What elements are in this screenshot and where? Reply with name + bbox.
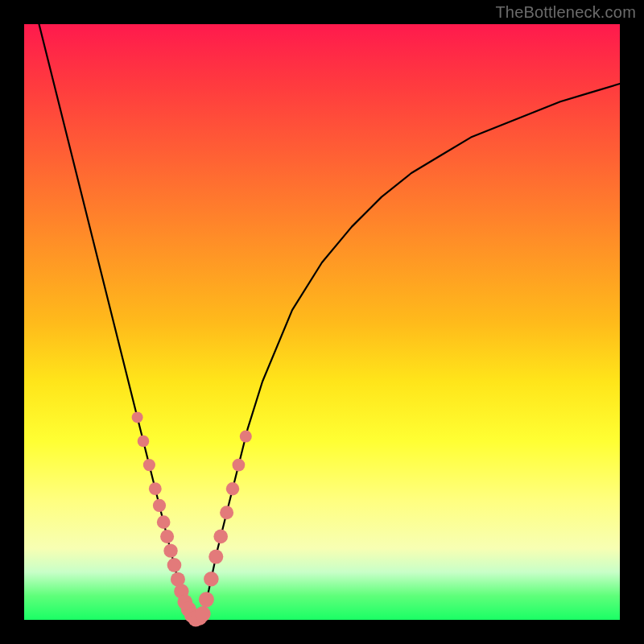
marker-dot	[157, 515, 171, 529]
marker-dot	[160, 530, 174, 543]
marker-dot	[132, 411, 143, 423]
marker-dot	[233, 459, 246, 472]
marker-dot	[138, 436, 150, 448]
marker-dot	[208, 550, 223, 564]
marker-dot	[195, 606, 210, 621]
curve-path	[24, 0, 620, 620]
plot-area	[24, 24, 620, 620]
marker-dot	[226, 482, 239, 495]
chart-svg	[24, 24, 620, 620]
marker-dot	[204, 572, 219, 587]
marker-dot	[240, 431, 252, 443]
marker-dot	[153, 499, 166, 512]
highlighted-points	[132, 411, 252, 626]
marker-dot	[167, 558, 182, 572]
watermark-text: TheBottleneck.com	[495, 3, 636, 22]
marker-dot	[163, 543, 177, 557]
chart-frame: TheBottleneck.com	[0, 0, 644, 644]
bottleneck-curve	[24, 0, 620, 620]
marker-dot	[220, 506, 233, 519]
marker-dot	[213, 530, 228, 544]
marker-dot	[143, 459, 155, 471]
marker-dot	[199, 592, 214, 607]
marker-dot	[149, 482, 162, 495]
